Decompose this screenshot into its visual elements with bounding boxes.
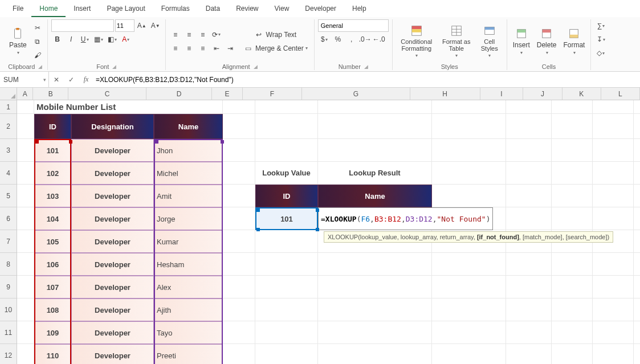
cell-L5[interactable] [634,185,640,207]
table-row[interactable]: 106 [34,253,71,276]
cell-K6[interactable] [593,207,634,230]
cell-A12[interactable] [17,344,34,364]
col-header-B[interactable]: B [33,88,68,100]
table-row[interactable]: Developer [71,185,154,207]
row-header-12[interactable]: 12 [0,344,17,364]
table-row[interactable]: Kumar [154,230,223,253]
col-header-G[interactable]: G [302,88,410,100]
decrease-font-button[interactable]: A▼ [149,19,162,32]
cell-K2[interactable] [593,114,634,139]
table-row[interactable]: Preeti [154,344,223,364]
table-row[interactable]: Developer [71,298,154,321]
table-row[interactable]: Michel [154,162,223,185]
col-header-D[interactable]: D [146,88,212,100]
enter-formula-button[interactable]: ✓ [64,72,79,87]
cell-K1[interactable] [593,100,634,114]
cell-H5[interactable] [432,185,506,207]
dialog-launcher-icon[interactable]: ◢ [38,64,42,69]
cell-H1[interactable] [432,100,506,114]
row-header-3[interactable]: 3 [0,139,17,162]
format-as-table-button[interactable]: Format as Table▾ [439,23,474,59]
cell-E3[interactable] [223,139,255,162]
dialog-launcher-icon[interactable]: ◢ [254,64,258,69]
menu-tab-help[interactable]: Help [344,1,374,17]
table-row[interactable]: 108 [34,298,71,321]
cell-I8[interactable] [506,253,552,276]
lookup-value-cell[interactable]: 101 [255,207,318,230]
cell-E12[interactable] [223,344,255,364]
cell-I11[interactable] [506,321,552,344]
cell-I4[interactable] [506,162,552,185]
cell-H2[interactable] [432,114,506,139]
cell-F9[interactable] [255,276,318,298]
cell-F1[interactable] [255,100,318,114]
lookup-header-id[interactable]: ID [255,185,318,207]
table-row[interactable]: 102 [34,162,71,185]
name-box[interactable]: SUM▾ [0,72,49,87]
border-button[interactable]: ▦▾ [92,33,105,46]
cell-H3[interactable] [432,139,506,162]
cell-G10[interactable] [318,298,432,321]
cell-H4[interactable] [432,162,506,185]
menu-tab-data[interactable]: Data [198,1,228,17]
table-row[interactable]: Developer [71,344,154,364]
indent-decrease-button[interactable]: ⇤ [210,42,223,55]
cell-J10[interactable] [552,298,593,321]
cell-E9[interactable] [223,276,255,298]
cell-F8[interactable] [255,253,318,276]
spreadsheet-grid[interactable]: 123456789101112 ABCDEFGHIJKL Mobile Numb… [0,88,640,364]
row-header-4[interactable]: 4 [0,162,17,185]
delete-cells-button[interactable]: Delete▾ [535,26,559,56]
lookup-value-label[interactable]: Lookup Value [255,162,318,185]
align-left-button[interactable]: ≡ [169,42,182,55]
conditional-formatting-button[interactable]: Conditional Formatting▾ [396,23,437,59]
cut-button[interactable]: ✂ [31,22,44,34]
clear-button[interactable]: ◇▾ [594,47,607,59]
cell-G3[interactable] [318,139,432,162]
italic-button[interactable]: I [65,33,78,46]
table-row[interactable]: 107 [34,276,71,298]
fx-button[interactable]: fx [79,72,93,87]
cell-E7[interactable] [223,230,255,253]
cell-L11[interactable] [634,321,640,344]
cell-F7[interactable] [255,230,318,253]
table-row[interactable]: Developer [71,139,154,162]
cell-E2[interactable] [223,114,255,139]
table-row[interactable]: Developer [71,276,154,298]
col-header-J[interactable]: J [523,88,562,100]
cell-F11[interactable] [255,321,318,344]
cell-A5[interactable] [17,185,34,207]
cell-J3[interactable] [552,139,593,162]
cell-G1[interactable] [318,100,432,114]
row-header-7[interactable]: 7 [0,230,17,253]
increase-decimal-button[interactable]: .0→ [359,33,372,46]
table-row[interactable]: 105 [34,230,71,253]
table-row[interactable]: 109 [34,321,71,344]
col-header-I[interactable]: I [480,88,524,100]
insert-cells-button[interactable]: Insert▾ [511,26,532,56]
title-cell[interactable]: Mobile Number List [34,100,223,114]
cell-I6[interactable] [506,207,552,230]
cell-F12[interactable] [255,344,318,364]
cell-styles-button[interactable]: Cell Styles▾ [476,23,503,59]
cell-A9[interactable] [17,276,34,298]
orientation-button[interactable]: ⟳▾ [210,28,223,41]
cell-E10[interactable] [223,298,255,321]
active-formula-cell[interactable]: =XLOOKUP(F6,B3:B12,D3:D12,"Not Found") [318,207,493,230]
comma-button[interactable]: , [345,33,358,46]
cell-I2[interactable] [506,114,552,139]
cancel-formula-button[interactable]: ✕ [49,72,64,87]
wrap-text-button[interactable]: ↩ Wrap Text [242,28,311,41]
cell-I9[interactable] [506,276,552,298]
cell-J1[interactable] [552,100,593,114]
col-header-C[interactable]: C [68,88,146,100]
align-bottom-button[interactable]: ≡ [197,28,209,41]
cell-L12[interactable] [634,344,640,364]
cell-G8[interactable] [318,253,432,276]
cell-E5[interactable] [223,185,255,207]
row-header-11[interactable]: 11 [0,321,17,344]
increase-font-button[interactable]: A▲ [136,19,148,32]
table-row[interactable]: 104 [34,207,71,230]
cell-L6[interactable] [634,207,640,230]
cell-A4[interactable] [17,162,34,185]
